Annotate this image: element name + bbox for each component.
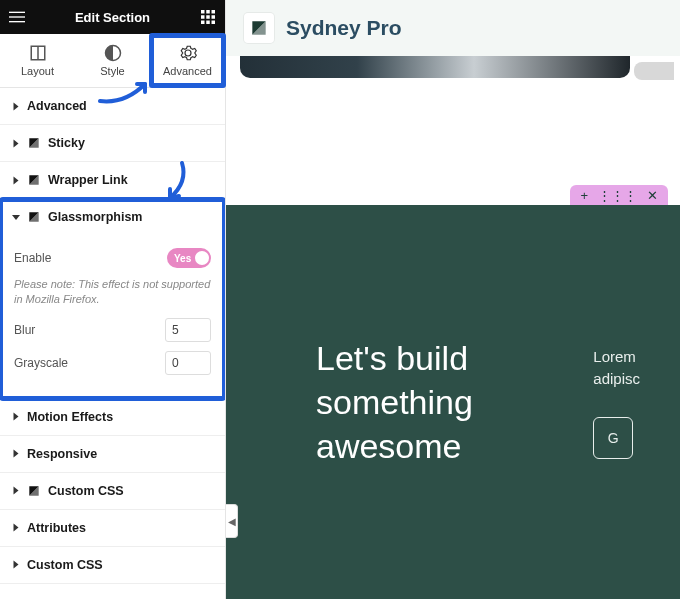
section-label: Wrapper Link bbox=[48, 173, 128, 187]
sydney-logo-icon bbox=[27, 136, 41, 150]
svg-rect-9 bbox=[201, 21, 205, 25]
field-label: Enable bbox=[14, 251, 51, 265]
editor-tabs: Layout Style Advanced bbox=[0, 34, 225, 88]
toggle-value: Yes bbox=[174, 253, 191, 264]
section-label: Advanced bbox=[27, 99, 87, 113]
hero-paragraph[interactable]: Lorem adipisc bbox=[593, 346, 640, 391]
hamburger-icon[interactable] bbox=[0, 0, 34, 34]
field-grayscale: Grayscale bbox=[14, 351, 211, 375]
sidebar-header: Edit Section bbox=[0, 0, 225, 34]
caret-icon bbox=[14, 413, 19, 421]
glassmorphism-body: Enable Yes Please note: This effect is n… bbox=[0, 235, 225, 398]
field-label: Grayscale bbox=[14, 356, 68, 370]
collapse-sidebar-handle[interactable]: ◀ bbox=[226, 504, 238, 538]
tab-label: Layout bbox=[21, 65, 54, 77]
site-logo[interactable] bbox=[244, 13, 274, 43]
section-wrapper-link[interactable]: Wrapper Link bbox=[0, 162, 225, 198]
caret-icon bbox=[14, 139, 19, 147]
drag-handle-icon[interactable]: ⋮⋮⋮ bbox=[598, 188, 637, 203]
section-custom-css-2[interactable]: Custom CSS bbox=[0, 547, 225, 583]
editor-sidebar: Edit Section Layout Style Advanced Advan… bbox=[0, 0, 226, 599]
caret-icon bbox=[14, 450, 19, 458]
grayscale-input[interactable] bbox=[165, 351, 211, 375]
hero-image-strip bbox=[240, 56, 630, 78]
svg-rect-7 bbox=[206, 15, 210, 19]
tab-style[interactable]: Style bbox=[75, 34, 150, 87]
site-topbar: Sydney Pro bbox=[226, 0, 680, 56]
sidebar-title: Edit Section bbox=[34, 10, 191, 25]
field-blur: Blur bbox=[14, 318, 211, 342]
caret-icon bbox=[14, 487, 19, 495]
sydney-logo-icon bbox=[27, 484, 41, 498]
section-motion-effects[interactable]: Motion Effects bbox=[0, 399, 225, 435]
svg-rect-2 bbox=[9, 21, 25, 22]
svg-rect-11 bbox=[212, 21, 216, 25]
enable-toggle[interactable]: Yes bbox=[167, 248, 211, 268]
section-label: Responsive bbox=[27, 447, 97, 461]
sydney-logo-icon bbox=[27, 210, 41, 224]
section-label: Attributes bbox=[27, 521, 86, 535]
section-responsive[interactable]: Responsive bbox=[0, 436, 225, 472]
caret-icon bbox=[14, 561, 19, 569]
section-sticky[interactable]: Sticky bbox=[0, 125, 225, 161]
section-label: Glassmorphism bbox=[48, 210, 142, 224]
toggle-knob bbox=[195, 251, 209, 265]
svg-rect-10 bbox=[206, 21, 210, 25]
field-enable: Enable Yes bbox=[14, 248, 211, 268]
editing-section[interactable]: + ⋮⋮⋮ ✕ Let's build something awesome Lo… bbox=[226, 205, 680, 599]
svg-rect-0 bbox=[9, 12, 25, 13]
section-label: Custom CSS bbox=[27, 558, 103, 572]
tab-advanced[interactable]: Advanced bbox=[150, 34, 225, 87]
tab-label: Advanced bbox=[163, 65, 212, 77]
svg-rect-3 bbox=[201, 10, 205, 14]
section-glassmorphism-highlighted: Glassmorphism Enable Yes Please note: Th… bbox=[0, 199, 225, 399]
section-advanced[interactable]: Advanced bbox=[0, 88, 225, 124]
sections-list: Advanced Sticky Wrapper Link Glassmorphi… bbox=[0, 88, 225, 599]
caret-icon bbox=[14, 176, 19, 184]
hero-block: Let's build something awesome Lorem adip… bbox=[226, 205, 680, 599]
hero-title[interactable]: Let's build something awesome bbox=[316, 336, 533, 469]
decorative-chip bbox=[634, 62, 674, 80]
hero-cta-button[interactable]: G bbox=[593, 417, 633, 459]
section-label: Motion Effects bbox=[27, 410, 113, 424]
close-section-icon[interactable]: ✕ bbox=[647, 188, 658, 203]
field-label: Blur bbox=[14, 323, 35, 337]
firefox-note: Please note: This effect is not supporte… bbox=[14, 277, 211, 308]
svg-rect-1 bbox=[9, 16, 25, 17]
section-label: Custom CSS bbox=[48, 484, 124, 498]
blur-input[interactable] bbox=[165, 318, 211, 342]
apps-grid-icon[interactable] bbox=[191, 0, 225, 34]
add-section-icon[interactable]: + bbox=[580, 188, 588, 203]
section-attributes[interactable]: Attributes bbox=[0, 510, 225, 546]
section-glassmorphism[interactable]: Glassmorphism bbox=[0, 199, 225, 235]
caret-icon bbox=[12, 215, 20, 220]
section-edit-handles[interactable]: + ⋮⋮⋮ ✕ bbox=[570, 185, 668, 205]
tab-layout[interactable]: Layout bbox=[0, 34, 75, 87]
svg-rect-5 bbox=[212, 10, 216, 14]
section-label: Sticky bbox=[48, 136, 85, 150]
site-brand[interactable]: Sydney Pro bbox=[286, 16, 402, 40]
svg-rect-4 bbox=[206, 10, 210, 14]
caret-icon bbox=[14, 524, 19, 532]
tab-label: Style bbox=[100, 65, 124, 77]
preview-canvas: Sydney Pro + ⋮⋮⋮ ✕ Let's build something… bbox=[226, 0, 680, 599]
svg-rect-8 bbox=[212, 15, 216, 19]
svg-rect-6 bbox=[201, 15, 205, 19]
section-custom-css[interactable]: Custom CSS bbox=[0, 473, 225, 509]
sydney-logo-icon bbox=[27, 173, 41, 187]
caret-icon bbox=[14, 102, 19, 110]
